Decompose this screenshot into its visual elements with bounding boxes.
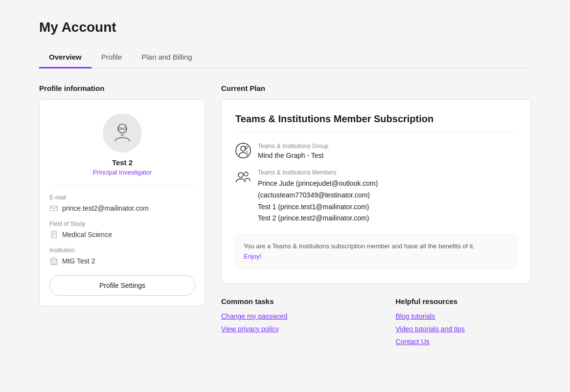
members-list: Prince Jude (princejudet@outlook.com)(ca… [258, 178, 517, 224]
plan-note-enjoy: Enjoy! [244, 253, 261, 260]
svg-point-11 [236, 143, 251, 158]
avatar [103, 113, 142, 152]
email-value-row: prince.test2@mailinator.com [49, 204, 195, 213]
blog-tutorials-link[interactable]: Blog tutorials [396, 312, 531, 320]
members-icon [235, 169, 251, 185]
svg-rect-4 [50, 206, 57, 211]
helpful-resources-title: Helpful resources [396, 297, 531, 305]
institution-value-row: MtG Test 2 [49, 257, 195, 265]
svg-rect-2 [123, 128, 126, 130]
change-password-link[interactable]: Change my password [221, 312, 357, 320]
plan-title: Teams & Institutions Member Subscription [235, 113, 517, 133]
svg-rect-1 [118, 128, 121, 130]
privacy-policy-link[interactable]: View privacy policy [221, 325, 357, 333]
members-sublabel: Teams & Institutions Members [258, 169, 517, 176]
avatar-role: Principal Investigator [93, 169, 152, 176]
main-content: Profile information [39, 84, 531, 350]
field-of-study-value-row: Medical Science [49, 230, 195, 239]
group-value: Mind the Graph - Test [258, 152, 517, 159]
email-field: E-mail prince.test2@mailinator.com [49, 194, 195, 213]
svg-rect-10 [53, 262, 55, 264]
common-tasks-col: Common tasks Change my password View pri… [221, 297, 357, 350]
current-plan-card: Teams & Institutions Member Subscription [221, 99, 531, 283]
plan-members-content: Teams & Institutions Members Prince Jude… [258, 169, 517, 224]
profile-card: Test 2 Principal Investigator E-mail pr [39, 99, 205, 306]
plan-note: You are a Teams & Institutions subscript… [235, 234, 517, 269]
plan-members-detail: Teams & Institutions Members Prince Jude… [235, 169, 517, 224]
avatar-name: Test 2 [112, 158, 133, 167]
svg-point-15 [244, 172, 248, 176]
current-plan-label: Current Plan [221, 84, 531, 92]
profile-info-label: Profile information [39, 84, 205, 92]
tab-overview[interactable]: Overview [39, 47, 91, 68]
email-icon [49, 204, 58, 213]
profile-settings-button[interactable]: Profile Settings [49, 275, 195, 296]
email-value: prince.test2@mailinator.com [62, 204, 149, 212]
field-of-study-value: Medical Science [62, 231, 112, 239]
left-panel: Profile information [39, 84, 205, 306]
group-sublabel: Teams & Institutions Group [258, 143, 517, 150]
field-of-study-field: Field of Study Medical Science [49, 220, 195, 239]
institution-icon [49, 257, 58, 265]
institution-value: MtG Test 2 [62, 257, 95, 265]
email-label: E-mail [49, 194, 195, 201]
institution-label: Institution [49, 247, 195, 254]
user-avatar-icon [110, 121, 135, 145]
right-panel: Current Plan Teams & Institutions Member… [221, 84, 531, 350]
tab-profile[interactable]: Profile [91, 47, 132, 68]
helpful-resources-col: Helpful resources Blog tutorials Video t… [396, 297, 531, 350]
tab-plan-and-billing[interactable]: Plan and Billing [132, 47, 202, 68]
contact-us-link[interactable]: Contact Us [396, 338, 531, 346]
tabs-container: Overview Profile Plan and Billing [39, 47, 531, 68]
group-icon [235, 143, 251, 158]
plan-group-content: Teams & Institutions Group Mind the Grap… [258, 143, 517, 159]
common-tasks-title: Common tasks [221, 297, 357, 305]
institution-field: Institution MtG Test 2 [49, 247, 195, 265]
svg-point-14 [238, 173, 243, 177]
field-of-study-icon [49, 230, 58, 239]
field-of-study-label: Field of Study [49, 220, 195, 227]
bottom-section: Common tasks Change my password View pri… [221, 297, 531, 350]
avatar-section: Test 2 Principal Investigator [49, 113, 195, 186]
plan-group-detail: Teams & Institutions Group Mind the Grap… [235, 143, 517, 159]
page-wrapper: My Account Overview Profile Plan and Bil… [0, 0, 570, 392]
video-tutorials-link[interactable]: Video tutorials and tips [396, 325, 531, 333]
page-title: My Account [39, 20, 531, 35]
plan-note-text: You are a Teams & Institutions subscript… [244, 242, 475, 250]
